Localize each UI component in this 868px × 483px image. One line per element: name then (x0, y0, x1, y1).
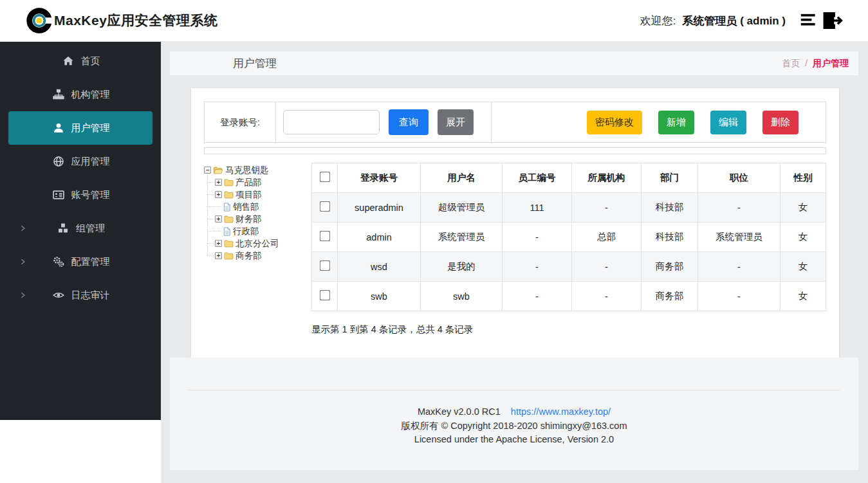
row-checkbox[interactable] (319, 231, 330, 242)
tree-node[interactable]: 行政部 (216, 225, 311, 237)
welcome-label: 欢迎您: (640, 14, 676, 28)
expand-node-icon[interactable]: + (215, 252, 222, 259)
sidebar-item-label: 应用管理 (71, 156, 110, 168)
list-icon[interactable] (799, 12, 819, 30)
file-icon (223, 203, 231, 212)
table-row[interactable]: swbswb--商务部-女 (312, 282, 826, 311)
row-checkbox[interactable] (319, 260, 330, 271)
page-title: 用户管理 (233, 56, 277, 71)
sitemap-icon (51, 89, 66, 100)
tree-node-label[interactable]: 财务部 (235, 213, 262, 225)
row-select-cell (312, 223, 338, 252)
delete-button[interactable]: 删除 (762, 111, 799, 134)
table-cell: - (572, 193, 642, 223)
folder-icon (224, 215, 234, 223)
table-cell: 女 (780, 193, 826, 223)
table-cell: 系统管理员 (698, 223, 780, 252)
expand-node-icon[interactable]: + (215, 240, 222, 247)
sidebar-item-label: 配置管理 (71, 256, 110, 268)
table-cell: admin (338, 223, 421, 252)
sidebar-item-group[interactable]: 组管理 (8, 212, 152, 245)
tree-connector (207, 206, 221, 207)
current-user: 系统管理员 ( admin ) (682, 14, 786, 28)
login-account-input[interactable] (283, 110, 380, 134)
breadcrumb-home-link[interactable]: 首页 (782, 58, 800, 68)
cubes-icon (56, 223, 70, 234)
table-cell: - (698, 193, 780, 223)
expand-button[interactable]: 展开 (438, 109, 474, 135)
tree-node-label[interactable]: 项目部 (235, 188, 262, 201)
search-field-label: 登录账号: (205, 102, 276, 142)
tree-node-label[interactable]: 行政部 (233, 225, 259, 237)
sidebar-item-user[interactable]: 用户管理 (8, 111, 152, 145)
table-cell: - (572, 252, 642, 282)
column-header: 部门 (642, 163, 698, 193)
table-cell: - (572, 282, 642, 311)
table-row[interactable]: superadmin超级管理员111-科技部-女 (312, 193, 826, 223)
table-cell: 女 (780, 252, 826, 282)
footer-divider (188, 390, 840, 390)
sidebar-item-audit[interactable]: 日志审计 (8, 278, 152, 312)
home-icon (61, 55, 75, 67)
edit-button[interactable]: 编辑 (710, 111, 746, 134)
change-password-button[interactable]: 密码修改 (587, 111, 642, 134)
expand-node-icon[interactable]: + (215, 191, 222, 198)
sidebar-item-account[interactable]: 账号管理 (8, 178, 152, 212)
tree-node-label[interactable]: 产品部 (235, 176, 262, 188)
collapse-node-icon[interactable]: − (204, 167, 211, 174)
column-header: 登录账号 (338, 163, 421, 193)
sidebar-item-app[interactable]: 应用管理 (8, 145, 152, 178)
sidebar-item-label: 用户管理 (71, 122, 110, 134)
tree-node[interactable]: −马克思钥匙 (204, 164, 311, 176)
content-area: 用户管理 首页 / 用户管理 登录账号: 查询 展开 密码修改新增编辑删除 −马… (161, 42, 868, 483)
row-checkbox[interactable] (319, 201, 330, 212)
tree-connector (207, 182, 214, 183)
tree-node[interactable]: +财务部 (216, 213, 311, 225)
sidebar-item-home[interactable]: 首页 (8, 44, 152, 78)
row-checkbox[interactable] (319, 290, 330, 301)
column-header: 用户名 (421, 163, 503, 193)
expand-node-icon[interactable]: + (215, 179, 222, 186)
query-button[interactable]: 查询 (389, 109, 429, 135)
sidebar-item-org[interactable]: 机构管理 (8, 78, 152, 111)
tree-node[interactable]: +项目部 (216, 188, 311, 201)
table-row[interactable]: wsd是我的--商务部-女 (312, 252, 826, 282)
table-cell: 总部 (572, 223, 642, 252)
table-cell: swb (338, 282, 421, 311)
tree-node-label[interactable]: 销售部 (233, 201, 259, 213)
footer-license: Licensed under the Apache License, Versi… (170, 433, 858, 447)
footer-link[interactable]: https://www.maxkey.top/ (511, 406, 611, 417)
tree-node-label[interactable]: 商务部 (235, 250, 262, 262)
org-tree: −马克思钥匙+产品部+项目部销售部+财务部行政部+北京分公司+商务部 (204, 163, 311, 336)
table-cell: 超级管理员 (421, 193, 503, 223)
table-cell: 商务部 (642, 282, 698, 311)
sidebar-menu: 首页机构管理用户管理应用管理账号管理组管理配置管理日志审计 (0, 42, 161, 420)
tree-node[interactable]: +北京分公司 (216, 237, 311, 250)
tree-node[interactable]: +产品部 (216, 176, 311, 188)
tree-node-label[interactable]: 北京分公司 (235, 237, 279, 250)
table-cell: - (503, 252, 572, 282)
table-cell: 科技部 (642, 223, 698, 252)
footer-version-line: MaxKey v2.0.0 RC1 https://www.maxkey.top… (170, 405, 858, 419)
tree-connector (207, 219, 214, 219)
sidebar-item-config[interactable]: 配置管理 (8, 245, 152, 278)
top-header: MaxKey应用安全管理系统 欢迎您: 系统管理员 ( admin ) (0, 0, 868, 42)
logout-icon[interactable] (822, 11, 844, 30)
tree-node-label[interactable]: 马克思钥匙 (225, 164, 269, 176)
chevron-right-icon (19, 291, 26, 299)
tree-node[interactable]: 销售部 (216, 201, 311, 213)
app-title: MaxKey应用安全管理系统 (54, 12, 217, 30)
add-button[interactable]: 新增 (658, 111, 694, 134)
select-all-checkbox[interactable] (319, 172, 330, 183)
breadcrumb-current: 用户管理 (813, 58, 849, 68)
table-row[interactable]: admin系统管理员-总部科技部系统管理员女 (312, 223, 826, 252)
tree-node[interactable]: +商务部 (216, 250, 311, 262)
expand-node-icon[interactable]: + (215, 215, 222, 223)
user-icon (51, 122, 66, 134)
table-cell: - (503, 282, 572, 311)
record-summary: 显示第 1 到第 4 条记录，总共 4 条记录 (311, 324, 826, 336)
folder-icon (224, 251, 234, 260)
column-header: 职位 (698, 163, 780, 193)
gears-icon (51, 256, 66, 268)
tree-connector (207, 231, 221, 232)
